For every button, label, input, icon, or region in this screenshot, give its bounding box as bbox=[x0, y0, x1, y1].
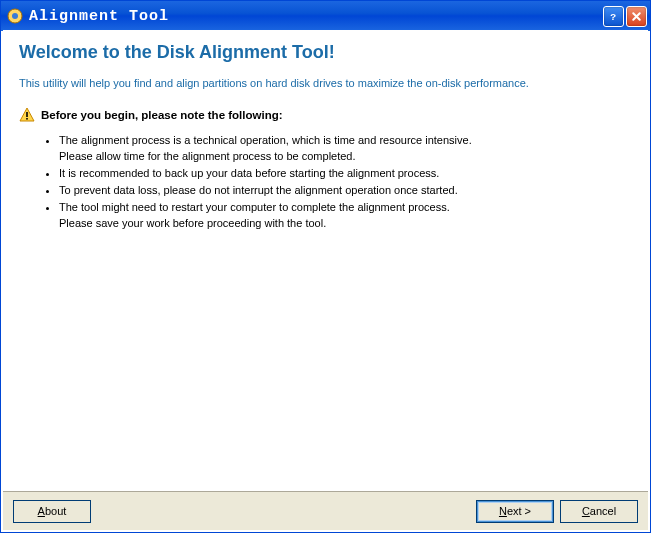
note-heading: Before you begin, please note the follow… bbox=[41, 109, 283, 121]
svg-text:?: ? bbox=[610, 11, 617, 22]
note-line: The tool might need to restart your comp… bbox=[59, 201, 450, 213]
svg-rect-3 bbox=[26, 112, 28, 117]
cancel-button[interactable]: Cancel bbox=[560, 500, 638, 523]
help-button[interactable]: ? bbox=[603, 6, 624, 27]
note-line: Please allow time for the alignment proc… bbox=[59, 149, 632, 165]
window-title: Alignment Tool bbox=[29, 8, 603, 25]
app-icon bbox=[7, 8, 23, 24]
content-area: Welcome to the Disk Alignment Tool! This… bbox=[3, 30, 648, 491]
note-heading-row: Before you begin, please note the follow… bbox=[19, 107, 632, 123]
list-item: The tool might need to restart your comp… bbox=[59, 200, 632, 232]
svg-point-1 bbox=[12, 13, 18, 19]
close-button[interactable] bbox=[626, 6, 647, 27]
notes-list: The alignment process is a technical ope… bbox=[59, 133, 632, 232]
about-button[interactable]: About bbox=[13, 500, 91, 523]
list-item: The alignment process is a technical ope… bbox=[59, 133, 632, 165]
note-line: Please save your work before proceeding … bbox=[59, 216, 632, 232]
note-line: To prevent data loss, please do not inte… bbox=[59, 184, 458, 196]
footer-bar: About Next > Cancel bbox=[3, 491, 648, 530]
note-line: It is recommended to back up your data b… bbox=[59, 167, 439, 179]
list-item: It is recommended to back up your data b… bbox=[59, 166, 632, 182]
list-item: To prevent data loss, please do not inte… bbox=[59, 183, 632, 199]
svg-rect-4 bbox=[26, 118, 28, 120]
titlebar: Alignment Tool ? bbox=[1, 1, 650, 31]
page-description: This utility will help you find and alig… bbox=[19, 77, 632, 89]
page-title: Welcome to the Disk Alignment Tool! bbox=[19, 42, 632, 63]
next-button[interactable]: Next > bbox=[476, 500, 554, 523]
warning-icon bbox=[19, 107, 35, 123]
note-line: The alignment process is a technical ope… bbox=[59, 134, 472, 146]
